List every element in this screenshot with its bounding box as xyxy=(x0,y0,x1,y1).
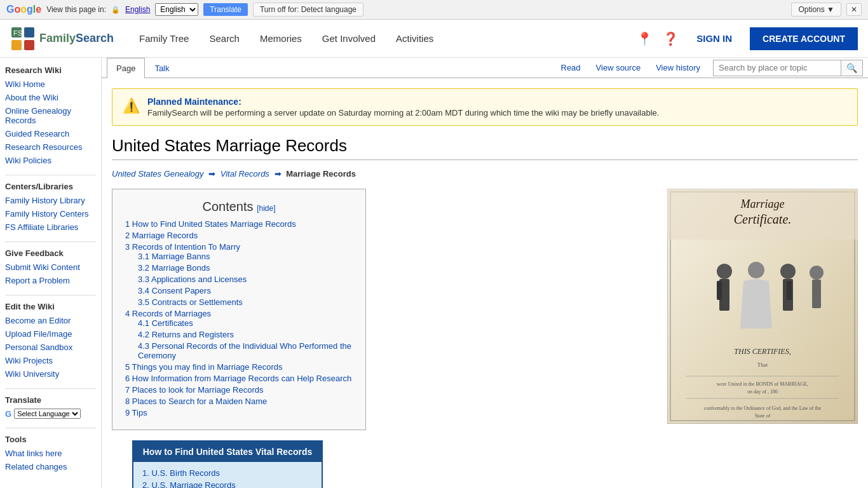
toc-sub-3: 3.1 Marriage Banns 3.2 Marriage Bonds 3.… xyxy=(138,252,353,307)
turn-off-button[interactable]: Turn off for: Detect language xyxy=(253,3,363,17)
wiki-search-input[interactable] xyxy=(714,60,841,75)
tab-page[interactable]: Page xyxy=(107,58,145,78)
svg-rect-2 xyxy=(11,40,22,50)
tab-read[interactable]: Read xyxy=(553,58,588,78)
options-button[interactable]: Options ▼ xyxy=(791,3,841,17)
nav-family-tree[interactable]: Family Tree xyxy=(129,20,199,57)
sidebar-item-wiki-policies[interactable]: Wiki Policies xyxy=(5,155,96,166)
toc-link-3-4[interactable]: 3.4 Consent Papers xyxy=(138,286,211,295)
toc-item-4-2: 4.2 Returns and Registers xyxy=(138,330,353,339)
nav-get-involved[interactable]: Get Involved xyxy=(312,20,386,57)
breadcrumb-arrow-2: ➡ xyxy=(275,169,281,179)
toc-link-4-3[interactable]: 4.3 Personal Records of the Individual W… xyxy=(138,341,351,360)
translate-bar: Google View this page in: 🔒 English Engl… xyxy=(0,0,868,20)
page-title: United States Marriage Records xyxy=(112,136,858,160)
sidebar-item-related-changes[interactable]: Related changes xyxy=(5,461,96,472)
sidebar-item-upload-file[interactable]: Upload File/Image xyxy=(5,329,96,339)
sidebar-centers: Centers/Libraries Family History Library… xyxy=(5,182,96,233)
sign-in-button[interactable]: SIGN IN xyxy=(689,28,740,49)
infobox-records: How to Find United States Vital Records … xyxy=(132,440,323,488)
sidebar-item-research-resources[interactable]: Research Resources xyxy=(5,142,96,152)
toc-link-3-3[interactable]: 3.3 Applications and Licenses xyxy=(138,274,247,284)
toc-link-7[interactable]: 7 Places to look for Marriage Records xyxy=(125,385,263,395)
nav-memories[interactable]: Memories xyxy=(250,20,312,57)
infobox-link-birth[interactable]: 1. U.S. Birth Records xyxy=(142,468,313,478)
toc-link-3[interactable]: 3 Records of Intention To Marry xyxy=(125,242,240,252)
content-area: Research Wiki Wiki Home About the Wiki O… xyxy=(0,58,868,488)
toc-item-9: 9 Tips xyxy=(125,408,353,417)
language-select[interactable]: English xyxy=(155,3,198,16)
toc-link-3-5[interactable]: 3.5 Contracts or Settlements xyxy=(138,297,243,307)
svg-point-13 xyxy=(748,262,764,278)
breadcrumb-current: Marriage Records xyxy=(286,169,356,179)
create-account-button[interactable]: CREATE ACCOUNT xyxy=(750,27,858,50)
location-icon[interactable]: 📍 xyxy=(637,31,653,46)
logo-link[interactable]: FS FamilySearch xyxy=(10,26,114,51)
sidebar-item-wiki-home[interactable]: Wiki Home xyxy=(5,79,96,90)
toc-title: Contents [hide] xyxy=(125,200,353,214)
toc-hide-btn[interactable]: [hide] xyxy=(257,204,275,213)
nav-links: Family Tree Search Memories Get Involved… xyxy=(129,20,637,57)
toc-link-5[interactable]: 5 Things you may find in Marriage Record… xyxy=(125,362,283,372)
main-content: Page Talk Read View source View history … xyxy=(102,58,868,488)
breadcrumb-item-1[interactable]: United States Genealogy xyxy=(112,169,204,179)
svg-point-17 xyxy=(810,266,824,280)
toc-link-3-2[interactable]: 3.2 Marriage Bonds xyxy=(138,263,210,273)
sidebar-language-select[interactable]: Select Language xyxy=(14,409,81,419)
translate-view-text: View this page in: xyxy=(46,5,106,14)
sidebar-item-wiki-university[interactable]: Wiki University xyxy=(5,369,96,379)
sidebar-item-family-history-library[interactable]: Family History Library xyxy=(5,195,96,206)
sidebar-item-about-wiki[interactable]: About the Wiki xyxy=(5,92,96,103)
sidebar-centers-title: Centers/Libraries xyxy=(5,182,96,191)
nav-activities[interactable]: Activities xyxy=(386,20,444,57)
language-link[interactable]: English xyxy=(125,5,150,14)
alert-box: ⚠️ Planned Maintenance: FamilySearch wil… xyxy=(112,88,858,126)
sidebar-research-wiki: Research Wiki Wiki Home About the Wiki O… xyxy=(5,65,96,166)
toc-item-1: 1 How to Find United States Marriage Rec… xyxy=(125,219,353,229)
sidebar-item-report-problem[interactable]: Report a Problem xyxy=(5,275,96,286)
toc-link-4[interactable]: 4 Records of Marriages xyxy=(125,309,211,318)
toc-link-8[interactable]: 8 Places to Search for a Maiden Name xyxy=(125,396,267,406)
sidebar-item-what-links[interactable]: What links here xyxy=(5,448,96,459)
main-nav: FS FamilySearch Family Tree Search Memor… xyxy=(0,20,868,58)
svg-rect-12 xyxy=(717,281,722,300)
toc-link-1[interactable]: 1 How to Find United States Marriage Rec… xyxy=(125,219,296,229)
warning-icon: ⚠️ xyxy=(123,98,140,114)
sidebar-item-online-genealogy[interactable]: Online Genealogy Records xyxy=(5,105,96,126)
wiki-search-button[interactable]: 🔍 xyxy=(841,60,862,76)
nav-search[interactable]: Search xyxy=(199,20,250,57)
tab-talk[interactable]: Talk xyxy=(145,58,179,78)
sidebar-item-guided-research[interactable]: Guided Research xyxy=(5,128,96,139)
sidebar-item-wiki-projects[interactable]: Wiki Projects xyxy=(5,355,96,366)
toc-item-6: 6 How Information from Marriage Records … xyxy=(125,374,353,383)
wiki-search-bar: 🔍 xyxy=(713,60,863,76)
toc-link-6[interactable]: 6 How Information from Marriage Records … xyxy=(125,374,351,383)
breadcrumb: United States Genealogy ➡ Vital Records … xyxy=(112,169,858,179)
sidebar-item-submit-wiki[interactable]: Submit Wiki Content xyxy=(5,262,96,273)
certificate-image-area: Marriage Certificate. xyxy=(667,189,858,488)
toc-link-9[interactable]: 9 Tips xyxy=(125,408,147,417)
svg-text:were United in the BONDS of MA: were United in the BONDS of MARRIAGE, xyxy=(717,381,808,387)
tab-view-source[interactable]: View source xyxy=(588,58,649,78)
help-icon[interactable]: ❓ xyxy=(663,31,679,46)
toc-link-4-1[interactable]: 4.1 Certificates xyxy=(138,318,193,328)
close-button[interactable]: ✕ xyxy=(846,3,862,16)
breadcrumb-item-2[interactable]: Vital Records xyxy=(220,169,269,179)
familysearch-logo-icon: FS xyxy=(10,26,36,51)
toc-item-4: 4 Records of Marriages 4.1 Certificates … xyxy=(125,309,353,360)
toc-item-3: 3 Records of Intention To Marry 3.1 Marr… xyxy=(125,242,353,307)
tab-view-history[interactable]: View history xyxy=(648,58,708,78)
infobox-link-marriage[interactable]: 2. U.S. Marriage Records xyxy=(142,480,313,488)
toc-item-4-3: 4.3 Personal Records of the Individual W… xyxy=(138,341,353,360)
toc-link-4-2[interactable]: 4.2 Returns and Registers xyxy=(138,330,234,339)
toc-link-3-1[interactable]: 3.1 Marriage Banns xyxy=(138,252,210,261)
sidebar-item-family-history-centers[interactable]: Family History Centers xyxy=(5,208,96,219)
translate-button[interactable]: Translate xyxy=(203,3,248,16)
svg-rect-3 xyxy=(24,40,34,50)
sidebar-item-become-editor[interactable]: Become an Editor xyxy=(5,315,96,326)
sidebar: Research Wiki Wiki Home About the Wiki O… xyxy=(0,58,102,488)
toc-link-2[interactable]: 2 Marriage Records xyxy=(125,231,198,240)
sidebar-item-fs-affiliate[interactable]: FS Affiliate Libraries xyxy=(5,222,96,233)
svg-point-14 xyxy=(780,264,796,279)
sidebar-item-personal-sandbox[interactable]: Personal Sandbox xyxy=(5,342,96,353)
